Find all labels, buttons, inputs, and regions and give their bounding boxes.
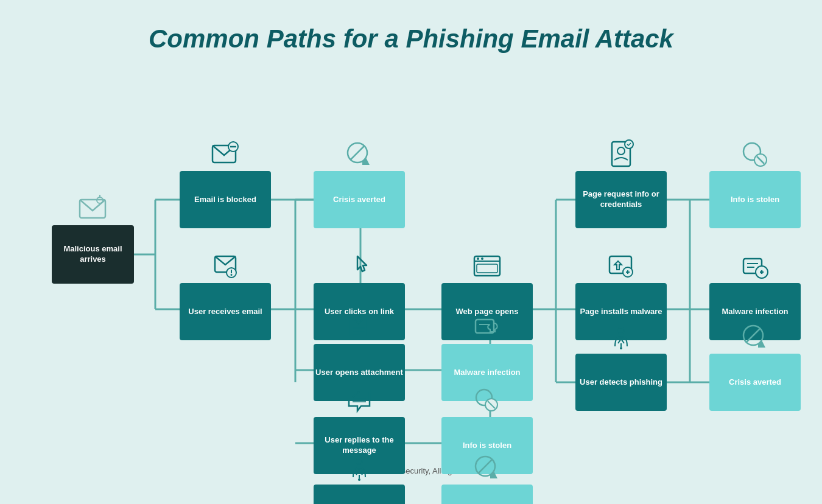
connector-lines bbox=[15, 72, 807, 461]
user-opens-icon bbox=[344, 312, 374, 343]
user-detects-bottom-icon bbox=[344, 453, 374, 483]
node-email-blocked: Email is blocked bbox=[180, 171, 271, 228]
crisis-averted-center-icon bbox=[472, 453, 502, 483]
node-info-stolen-1: Info is stolen bbox=[709, 171, 801, 228]
user-detects-right-icon bbox=[606, 322, 636, 352]
page-installs-icon bbox=[606, 251, 636, 282]
diagram: Malicious email arrives Email is blocked… bbox=[15, 72, 807, 461]
node-crisis-averted-center: Crisis averted bbox=[441, 485, 533, 504]
node-page-request: Page request info or credentials bbox=[575, 171, 667, 228]
web-page-icon bbox=[472, 251, 502, 282]
node-malicious-email: Malicious email arrives bbox=[52, 225, 134, 284]
svg-point-85 bbox=[358, 478, 360, 481]
node-crisis-averted-1: Crisis averted bbox=[314, 171, 405, 228]
email-icon bbox=[77, 194, 108, 224]
node-user-detects-right: User detects phishing bbox=[575, 354, 667, 411]
node-crisis-averted-right: Crisis averted bbox=[709, 354, 801, 411]
svg-rect-76 bbox=[476, 320, 494, 333]
user-clicks-icon bbox=[344, 251, 374, 282]
crisis-averted-right-icon bbox=[740, 322, 770, 352]
user-replies-icon bbox=[344, 385, 374, 416]
svg-line-87 bbox=[479, 460, 492, 473]
page-title: Common Paths for a Phishing Email Attack bbox=[149, 24, 673, 54]
svg-line-41 bbox=[351, 146, 364, 159]
svg-point-48 bbox=[477, 257, 479, 260]
email-blocked-icon bbox=[210, 139, 241, 170]
svg-point-52 bbox=[617, 147, 625, 155]
user-receives-icon bbox=[210, 251, 241, 282]
svg-point-83 bbox=[356, 458, 362, 464]
malware-infection-center-icon bbox=[472, 312, 502, 343]
info-stolen-1-icon bbox=[740, 139, 770, 170]
page-request-icon bbox=[606, 139, 636, 170]
malware-infection-1-icon bbox=[740, 251, 770, 282]
svg-rect-50 bbox=[477, 264, 497, 273]
crisis-averted-1-icon bbox=[344, 139, 374, 170]
svg-point-45 bbox=[231, 274, 233, 276]
node-user-detects-bottom: User detects phishing bbox=[314, 485, 405, 504]
svg-point-67 bbox=[618, 327, 624, 334]
svg-point-49 bbox=[481, 257, 483, 260]
svg-point-69 bbox=[620, 347, 622, 349]
svg-line-71 bbox=[746, 329, 760, 342]
node-user-receives: User receives email bbox=[180, 283, 271, 340]
info-stolen-center-icon bbox=[472, 385, 502, 416]
